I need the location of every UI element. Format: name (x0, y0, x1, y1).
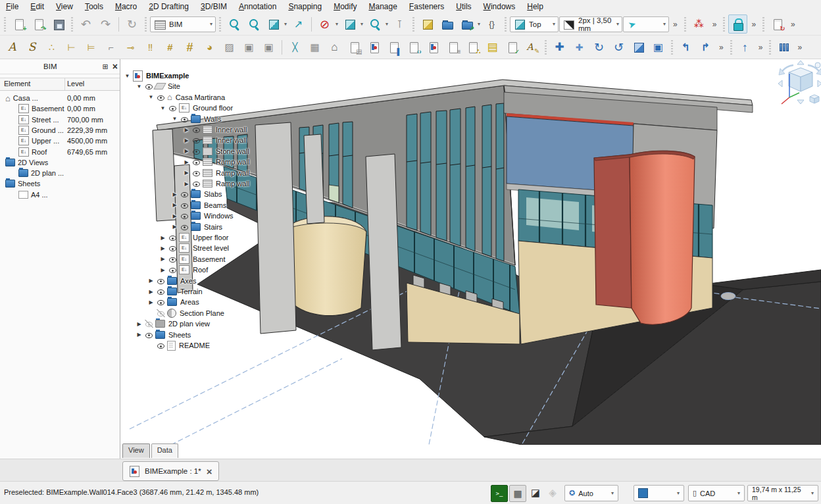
project-browser-button[interactable]: ▤ (345, 38, 364, 57)
text-style-a-button[interactable]: A (3, 38, 22, 57)
tree-item-inner-wall[interactable]: ▶Inner wall (183, 135, 247, 145)
save-button[interactable] (49, 14, 68, 34)
tree-item-stairs[interactable]: ▶Stairs (171, 222, 222, 232)
tree-expand-icon[interactable]: ▶ (159, 267, 166, 273)
toolbar-overflow-chevron[interactable]: » (794, 43, 805, 52)
components-button[interactable] (418, 14, 437, 34)
section-box-button[interactable]: ▣ (649, 38, 668, 57)
audit-check-button[interactable]: ✓ (503, 38, 522, 57)
panel-dock-icon[interactable]: ⊞ (101, 63, 111, 71)
tree-expand-icon[interactable]: ▶ (183, 181, 190, 187)
tree-expand-icon[interactable]: ▶ (183, 159, 190, 165)
paper-size-select[interactable]: 19,74 m x 11,25 m ▾ (747, 485, 818, 501)
pins-button[interactable]: ‼ (141, 38, 160, 57)
look-from-button[interactable]: ▾ (264, 14, 283, 34)
panel-row-a4-[interactable]: A4 ... (0, 189, 120, 200)
tree-expand-icon[interactable]: ▶ (171, 213, 178, 219)
rotate-button[interactable]: ↻ (589, 38, 609, 57)
leader-button[interactable]: ⊸ (121, 38, 140, 57)
export-button[interactable]: ↗▾ (457, 14, 476, 34)
tree-expand-icon[interactable]: ▶ (171, 191, 178, 197)
tree-expand-icon[interactable]: ▶ (147, 289, 155, 295)
visibility-eye-icon[interactable] (145, 331, 153, 339)
tree-expand-icon[interactable]: ▶ (171, 202, 178, 208)
visibility-eye-icon[interactable] (157, 298, 165, 306)
render-mode-button[interactable]: ▾ (340, 14, 359, 34)
layouts-up-button[interactable]: ↑ (735, 38, 755, 57)
document-close-icon[interactable]: × (207, 466, 212, 477)
annotative-text-button[interactable]: A✎ (522, 38, 541, 57)
projects-folder-button[interactable] (437, 14, 457, 34)
menu-windows[interactable]: Windows (478, 1, 522, 13)
open-button[interactable]: ↷ (29, 14, 48, 34)
tree-expand-icon[interactable]: ▼ (159, 105, 166, 111)
panel-row-roof[interactable]: E↓Roof6749,65 mm (0, 147, 120, 157)
schedule-button[interactable]: ▤ (483, 38, 502, 57)
tree-item-2d-plan-view[interactable]: ▶2D plan view (136, 318, 210, 329)
dim-linear-button[interactable]: ⊢ (62, 38, 81, 57)
tree-item-ramp-wall[interactable]: ▶Ramp wall (183, 168, 249, 178)
tab-data[interactable]: Data (151, 443, 178, 458)
grid-display-toggle[interactable]: ▦ (509, 485, 526, 502)
menu-modify[interactable]: Modify (328, 1, 362, 13)
tree-expand-icon[interactable]: ▶ (147, 278, 155, 284)
column-level[interactable]: Level (67, 80, 84, 88)
dim-angular-button[interactable]: ⌐ (101, 38, 120, 57)
tree-item-ramp-wall[interactable]: ▶Ramp wall (183, 157, 249, 167)
visibility-eye-icon[interactable] (157, 277, 165, 285)
page-setup-button[interactable] (424, 38, 443, 57)
visibility-eye-icon[interactable] (192, 147, 201, 155)
ucs-icon-button[interactable]: ↗ (289, 14, 308, 34)
reference-sync-button[interactable]: ↻ (768, 14, 787, 34)
visibility-eye-icon[interactable] (157, 288, 165, 295)
view-navigation-cube[interactable] (778, 61, 821, 104)
tree-item-areas[interactable]: ▶Areas (147, 297, 199, 307)
interrupt-button[interactable]: ⊘▾ (315, 14, 334, 34)
visibility-eye-icon[interactable] (168, 234, 177, 241)
tree-item-axes[interactable]: ▶Axes (147, 276, 196, 286)
tree-expand-icon[interactable]: ▼ (124, 73, 131, 79)
menu-file[interactable]: File (0, 1, 24, 13)
visibility-eye-icon[interactable] (168, 255, 177, 263)
document-tab[interactable]: BIMExample : 1* × (122, 461, 219, 481)
tree-item-bimexample[interactable]: ▼BIMExample (124, 70, 189, 81)
visibility-eye-icon[interactable] (192, 158, 201, 166)
zoom-window-button[interactable] (244, 14, 263, 34)
visibility-eye-icon[interactable] (192, 180, 201, 188)
tree-item-beams[interactable]: ▶Beams (171, 200, 226, 211)
bim-profiles-button[interactable] (364, 38, 384, 57)
tree-expand-icon[interactable]: ▶ (147, 299, 155, 305)
tree-item-terrain[interactable]: ▶Terrain (147, 286, 203, 297)
panel-row-ground-[interactable]: E↓Ground ...2229,39 mm (0, 125, 120, 136)
tree-item-street-level[interactable]: ▶E↓Street level (159, 243, 229, 253)
toolbar-overflow-chevron[interactable]: » (670, 20, 681, 29)
visibility-eye-icon[interactable] (157, 309, 165, 317)
tree-item-section-plane[interactable]: Section Plane (147, 308, 224, 318)
tree-expand-icon[interactable]: ▶ (183, 138, 190, 143)
structure-connect-button[interactable]: ⁂ (689, 14, 709, 34)
tree-expand-icon[interactable]: ▶ (171, 224, 178, 230)
tree-expand-icon[interactable]: ▶ (183, 170, 190, 176)
code-view-button[interactable]: ‹› (404, 38, 423, 57)
parameters-button[interactable]: {} (482, 14, 501, 34)
pdf-attach-button[interactable]: ▣ (259, 38, 278, 57)
panel-row-sheets[interactable]: Sheets (0, 178, 120, 189)
tree-item-site[interactable]: ▼Site (136, 81, 180, 91)
snap-mode-select[interactable]: ✪ Auto ▾ (564, 485, 618, 501)
new-drawing-button[interactable]: + (9, 14, 28, 34)
grid-minor-button[interactable]: # (161, 38, 180, 57)
menu-help[interactable]: Help (521, 1, 549, 13)
visibility-eye-icon[interactable] (180, 115, 189, 123)
command-line-toggle[interactable]: >_ (491, 485, 508, 502)
panel-row-casa-[interactable]: ⌂Casa ...0,00 mm (0, 93, 120, 103)
menu-snapping[interactable]: Snapping (282, 1, 328, 13)
tree-item-stone-wall[interactable]: ▶Stone wall (183, 146, 249, 157)
zoom-extents-button[interactable] (224, 14, 243, 34)
tree-expand-icon[interactable]: ▶ (159, 245, 166, 251)
visibility-eye-icon[interactable] (180, 223, 189, 231)
visibility-eye-icon[interactable] (180, 190, 189, 198)
menu-edit[interactable]: Edit (24, 1, 50, 13)
tree-item-basement[interactable]: ▶E↓Basement (159, 254, 226, 265)
menu-annotation[interactable]: Annotation (233, 1, 282, 13)
toolbar-overflow-chevron[interactable]: » (716, 43, 727, 52)
